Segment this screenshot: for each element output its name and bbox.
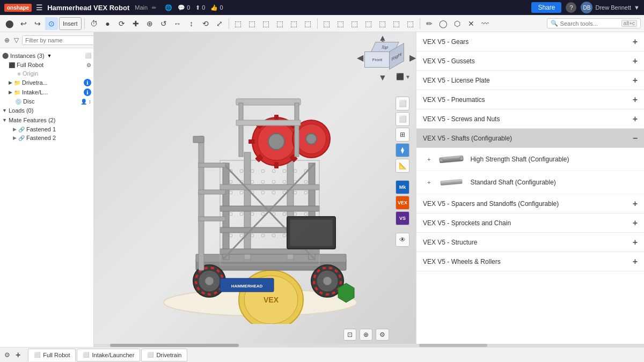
rp-shafts-minus-icon[interactable]: − <box>633 134 638 143</box>
tab-full-robot[interactable]: ⬜ Full Robot <box>28 349 76 361</box>
toolbar-circle-btn[interactable]: ● <box>101 17 114 30</box>
toolbar-crosshair-btn[interactable]: ⊕ <box>143 17 156 30</box>
fastened1-chevron-icon[interactable]: ▶ <box>13 127 17 132</box>
rp-item-sprockets[interactable]: VEX V5 - Sprockets and Chain + <box>416 213 644 233</box>
like-count[interactable]: 👍 0 <box>210 4 223 11</box>
toolbar-pen-btn[interactable]: ✏ <box>423 17 436 30</box>
rp-sprockets-add-icon[interactable]: + <box>633 218 638 228</box>
hide-btn[interactable]: 👁 <box>396 233 409 247</box>
settings-btn[interactable]: ⚙ <box>376 329 389 341</box>
toolbar-box1-btn[interactable]: ⬚ <box>232 17 245 30</box>
viewport[interactable]: VEX <box>94 32 416 347</box>
panel-scrollbar[interactable] <box>416 344 644 347</box>
intake-item[interactable]: ▶ 📁 Intake/L... ℹ <box>0 87 93 97</box>
rp-license-add-icon[interactable]: + <box>633 76 638 85</box>
rp-structure-add-icon[interactable]: + <box>633 238 638 247</box>
mk-btn[interactable]: Mk <box>396 180 409 194</box>
zoom-in-btn[interactable]: ⊕ <box>360 329 372 341</box>
rp-subitem-high-strength[interactable]: + High <box>416 148 644 171</box>
cube-left-arrow[interactable]: ◀ <box>357 53 363 63</box>
share-button[interactable]: Share <box>531 2 561 13</box>
animation-btn[interactable]: ⧫ <box>396 143 409 157</box>
rp-wheels-add-icon[interactable]: + <box>633 257 638 267</box>
measure-btn[interactable]: 📐 <box>396 159 409 173</box>
toolbar-refresh-btn[interactable]: ↺ <box>157 17 170 30</box>
toolbar-undo-btn[interactable]: ↩ <box>17 17 30 30</box>
rp-spacers-add-icon[interactable]: + <box>633 199 638 209</box>
onshape-logo[interactable]: onshape <box>4 4 32 12</box>
toolbar-box5-btn[interactable]: ⬚ <box>288 17 301 30</box>
search-tools-input[interactable] <box>560 20 619 27</box>
rp-item-shafts[interactable]: VEX V5 - Shafts (Configurable) − <box>416 129 644 148</box>
rp-gears-add-icon[interactable]: + <box>633 37 638 47</box>
explode-btn[interactable]: ⊞ <box>396 128 409 142</box>
comment-count[interactable]: 💬 0 <box>178 4 190 11</box>
toolbar-arrows-v-btn[interactable]: ↕ <box>185 17 198 30</box>
cube-down-arrow[interactable]: ▼ <box>378 73 387 83</box>
rp-pneumatics-add-icon[interactable]: + <box>633 95 638 105</box>
rp-screws-add-icon[interactable]: + <box>633 114 638 124</box>
vs-btn[interactable]: VEX <box>396 196 409 210</box>
toolbar-clock-btn[interactable]: ⏱ <box>87 17 100 30</box>
help-button[interactable]: ? <box>566 2 576 13</box>
filter-input[interactable] <box>22 35 94 45</box>
toolbar-add-btn[interactable]: ✚ <box>129 17 142 30</box>
instances-action-icon[interactable]: ⬜ <box>85 53 91 58</box>
panel-scrollbar-thumb[interactable] <box>419 344 487 347</box>
fastened1-item[interactable]: ▶ 🔗 Fastened 1 <box>0 125 93 134</box>
toolbar-box12-btn[interactable]: ⬚ <box>390 17 403 30</box>
fastened2-chevron-icon[interactable]: ▶ <box>13 135 17 141</box>
view-options-btn[interactable]: ⬜ <box>396 97 409 110</box>
vs2-btn[interactable]: VS <box>396 211 409 225</box>
loads-section[interactable]: ▼ Loads (0) <box>0 106 93 115</box>
rp-item-pneumatics[interactable]: VEX V5 - Pneumatics + <box>416 90 644 109</box>
rp-item-license-plate[interactable]: VEX V5 - License Plate + <box>416 71 644 90</box>
cube-up-arrow[interactable]: ▲ <box>378 33 387 43</box>
drivetrain-item[interactable]: ▶ 📁 Drivetra... ℹ <box>0 78 93 87</box>
toolbar-box9-btn[interactable]: ⬚ <box>348 17 361 30</box>
sidebar-add-btn[interactable]: ⊕ <box>3 35 11 45</box>
high-strength-add-icon[interactable]: + <box>427 156 430 162</box>
toolbar-box11-btn[interactable]: ⬚ <box>376 17 389 30</box>
standard-add-icon[interactable]: + <box>427 179 430 186</box>
toolbar-rotate2-btn[interactable]: ⟲ <box>199 17 212 30</box>
mate-features-section[interactable]: ▼ Mate Features (2) <box>0 115 93 125</box>
hamburger-menu[interactable]: ☰ <box>36 3 43 12</box>
intake-chevron-icon[interactable]: ▶ <box>9 90 12 95</box>
document-tab[interactable]: Main <box>135 4 148 11</box>
toolbar-target-btn[interactable]: ⊙ <box>45 17 58 30</box>
cube-front-face[interactable]: Front <box>364 51 390 68</box>
toolbar-box10-btn[interactable]: ⬚ <box>362 17 375 30</box>
rp-item-wheels[interactable]: VEX V5 - Wheels & Rollers + <box>416 252 644 271</box>
toolbar-redo-btn[interactable]: ↪ <box>31 17 44 30</box>
sidebar-filter-btn[interactable]: ▽ <box>13 35 20 45</box>
toolbar-circle2-btn[interactable]: ◯ <box>437 17 450 30</box>
instances-section[interactable]: ⬤ Instances (3) ▼ ⬜ <box>0 50 93 61</box>
section-view-btn[interactable]: ⬜ <box>396 112 409 126</box>
edit-icon[interactable]: ✏ <box>152 5 156 11</box>
toolbar-box2-btn[interactable]: ⬚ <box>246 17 259 30</box>
rp-item-gussets[interactable]: VEX V5 - Gussets + <box>416 51 644 71</box>
drivetrain-chevron-icon[interactable]: ▶ <box>9 80 12 85</box>
bottom-gear-icon-btn[interactable]: ⚙ <box>3 350 11 360</box>
bottom-add-tab-btn[interactable]: + <box>13 349 23 361</box>
globe-button[interactable]: 🌐 <box>165 4 172 11</box>
toolbar-rotate-btn[interactable]: ⟳ <box>115 17 128 30</box>
toolbar-box3-btn[interactable]: ⬚ <box>260 17 273 30</box>
toolbar-box6-btn[interactable]: ⬚ <box>302 17 314 30</box>
toolbar-box7-btn[interactable]: ⬚ <box>320 17 333 30</box>
rp-item-gears[interactable]: VEX V5 - Gears + <box>416 32 644 51</box>
rp-item-spacers[interactable]: VEX V5 - Spacers and Standoffs (Configur… <box>416 194 644 213</box>
toolbar-arrows-h-btn[interactable]: ↔ <box>171 17 184 30</box>
zoom-fit-btn[interactable]: ⊡ <box>343 329 356 341</box>
user-area[interactable]: DB Drew Bennett ▼ <box>581 2 640 13</box>
rp-subitem-standard[interactable]: + Standard Shaft (Configurable) <box>416 171 644 194</box>
toolbar-select-btn[interactable]: ⬤ <box>3 17 16 30</box>
full-robot-item[interactable]: ⬛ Full Robot ⚙ <box>0 61 93 69</box>
fastened2-item[interactable]: ▶ 🔗 Fastened 2 <box>0 134 93 142</box>
toolbar-hex-btn[interactable]: ⬡ <box>451 17 464 30</box>
toolbar-insert-btn[interactable]: Insert <box>59 17 82 30</box>
tab-intake-launcher[interactable]: ⬜ Intake/Launcher <box>77 349 140 361</box>
cube-right-arrow[interactable]: ▶ <box>409 53 416 63</box>
rp-item-structure[interactable]: VEX V5 - Structure + <box>416 233 644 252</box>
